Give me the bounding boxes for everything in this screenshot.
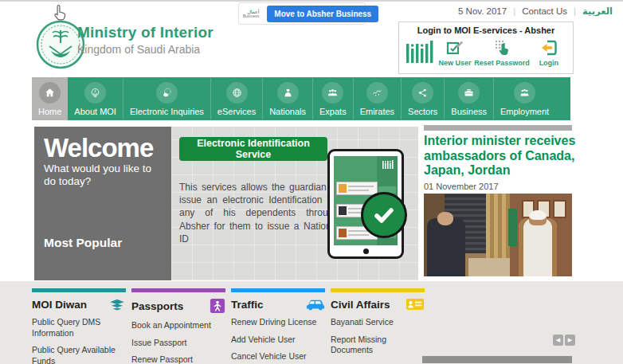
- checkmark-badge-icon: [361, 192, 407, 238]
- hand-globe-icon: [156, 82, 178, 104]
- nav-item-about-moi[interactable]: About MOI: [68, 77, 123, 120]
- service-panel: Electronic Identification Service This s…: [171, 127, 418, 280]
- column-accent-bar: [32, 288, 126, 292]
- nav-item-electronic-inquiries[interactable]: Electronic Inquiries: [123, 77, 210, 120]
- electronic-identification-service-button[interactable]: Electronic Identification Service: [179, 137, 327, 161]
- quicklinks-column-traffic: Traffic Renew Driving License Add Vehicl…: [231, 288, 325, 364]
- column-accent-bar: [131, 288, 225, 292]
- new-user-button[interactable]: New User: [436, 38, 474, 67]
- arabic-calligraphy-icon: [366, 82, 388, 104]
- column-title: Civil Affairs: [331, 299, 390, 311]
- moi-emblem-icon: [84, 82, 106, 104]
- pager-prev-button[interactable]: ◀: [553, 335, 563, 346]
- welcome-title: Welcome: [44, 135, 162, 161]
- car-icon: [306, 298, 325, 311]
- quicklink[interactable]: Bayanati Service: [331, 317, 425, 328]
- column-accent-bar: [231, 288, 325, 292]
- welcome-question: What would you like to do today?: [44, 162, 157, 188]
- login-box-title: Login to MOI E-services - Absher: [399, 25, 573, 35]
- top-meta-bar: 5 Nov. 2017 | Contact Us | العربية: [458, 6, 613, 17]
- nav-item-sectors[interactable]: Sectors: [401, 77, 444, 120]
- reset-password-icon: [492, 38, 511, 57]
- briefcase-icon: [458, 82, 480, 104]
- date-label: 5 Nov. 2017: [458, 6, 507, 16]
- nav-item-nationals[interactable]: Nationals: [262, 77, 312, 120]
- divider: |: [513, 6, 515, 16]
- absher-business-box: أعمال Business Move to Absher Business: [238, 2, 366, 25]
- people-group-icon: [322, 82, 343, 104]
- absher-logo-icon: [404, 38, 436, 68]
- absher-mini-logo-icon: [382, 159, 394, 170]
- nav-item-employment[interactable]: Employment: [493, 77, 555, 120]
- quicklink[interactable]: Issue Passport: [131, 338, 225, 349]
- nav-item-eservices[interactable]: eServices: [210, 77, 262, 120]
- new-user-icon: [445, 38, 464, 57]
- workers-group-icon: [514, 82, 535, 104]
- quicklink[interactable]: Public Query Available Funds: [32, 345, 126, 364]
- national-person-icon: [277, 82, 299, 104]
- quicklinks-column-civil-affairs: Civil Affairs Bayanati Service Report Mi…: [331, 288, 425, 364]
- news-headline[interactable]: Interior minister receives ambassadors o…: [424, 134, 577, 178]
- home-icon: [39, 82, 61, 104]
- reset-password-button[interactable]: Reset Password: [474, 38, 530, 67]
- diwan-icon: [108, 298, 126, 311]
- quicklink[interactable]: Renew Driving License: [231, 317, 325, 328]
- id-card-avatar: [339, 229, 347, 237]
- news-top-bar: [424, 125, 572, 131]
- nav-item-expats[interactable]: Expats: [312, 77, 353, 120]
- quicklinks-column-moi-diwan: MOI Diwan Public Query DMS Information P…: [32, 288, 126, 364]
- quicklink[interactable]: Cancel Vehicle User: [231, 351, 325, 362]
- site-subtitle: Kingdom of Saudi Arabia: [77, 43, 200, 56]
- welcome-banner: Welcome What would you like to do today?…: [34, 127, 171, 280]
- column-title: Passports: [131, 300, 183, 312]
- language-switch-link[interactable]: العربية: [582, 6, 613, 17]
- service-description: This services allows the guardian to iss…: [179, 181, 339, 245]
- quicklink[interactable]: Book an Appointment: [131, 320, 225, 331]
- quicklink[interactable]: Renew Passport: [131, 354, 225, 364]
- pager-next-button[interactable]: ▶: [565, 335, 575, 346]
- move-to-absher-business-button[interactable]: Move to Absher Business: [267, 6, 378, 22]
- news-photo[interactable]: [424, 194, 572, 276]
- top-divider: [0, 0, 623, 2]
- column-title: Traffic: [231, 299, 264, 311]
- quicklink[interactable]: Public Query DMS Information: [32, 317, 126, 339]
- nav-item-emirates[interactable]: Emirates: [353, 77, 401, 120]
- ambassador-figure: [427, 218, 465, 276]
- id-card-icon: [406, 298, 425, 311]
- nav-item-home[interactable]: Home: [32, 77, 68, 120]
- quicklink[interactable]: Report Missing Documents: [331, 335, 425, 356]
- absher-business-logo-text: أعمال Business: [243, 10, 259, 18]
- moi-homepage: Ministry of Interior Kingdom of Saudi Ar…: [0, 0, 623, 364]
- most-popular-label: Most Popular: [44, 236, 162, 250]
- tablet-home-button: [363, 249, 369, 254]
- quicklinks-column-passports: Passports Book an Appointment Issue Pass…: [131, 288, 225, 364]
- id-card-avatar: [339, 184, 347, 193]
- column-title: MOI Diwan: [32, 299, 87, 311]
- site-title: Ministry of Interior: [77, 24, 214, 41]
- globe-icon: [226, 82, 248, 104]
- login-button[interactable]: Login: [530, 38, 568, 67]
- news-date: 01 November 2017: [424, 182, 499, 191]
- traveler-icon: [210, 298, 225, 314]
- login-icon: [539, 38, 558, 57]
- id-card-avatar: [339, 206, 347, 215]
- news-pager: ◀ ▶: [553, 335, 575, 346]
- bottom-scroll-bar[interactable]: [422, 356, 572, 363]
- contact-us-link[interactable]: Contact Us: [522, 6, 567, 16]
- login-box: Login to MOI E-services - Absher New Use…: [398, 22, 574, 74]
- divider: |: [574, 6, 576, 16]
- nav-item-business[interactable]: Business: [444, 77, 493, 120]
- network-nodes-icon: [412, 82, 433, 104]
- column-accent-bar: [331, 288, 425, 292]
- main-navigation: Home About MOI Electronic Inquiries eSer…: [32, 77, 570, 120]
- saudi-flag: [508, 209, 517, 246]
- minister-figure: [519, 218, 557, 276]
- quicklink[interactable]: Add Vehicle User: [231, 335, 325, 346]
